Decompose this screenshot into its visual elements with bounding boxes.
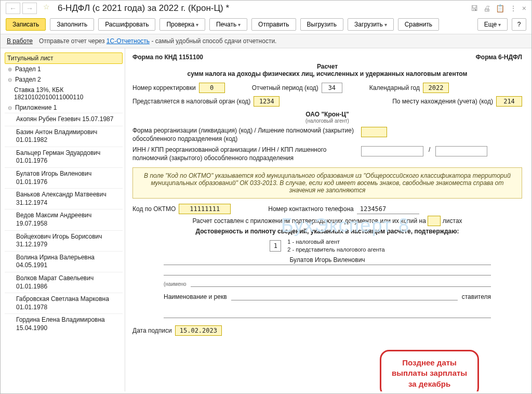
location-input[interactable]: 214: [496, 96, 522, 107]
expand-minus-icon: ⊖: [7, 77, 13, 83]
print-icon[interactable]: 🖨: [483, 4, 490, 12]
sidebar-title-page[interactable]: Титульный лист: [5, 52, 123, 64]
print-button[interactable]: Печать: [209, 18, 247, 31]
sidebar-person-item[interactable]: Войцехович Игорь Борисович 31.12.1979: [5, 230, 123, 251]
favorite-icon[interactable]: ☆: [43, 3, 55, 14]
body: Титульный лист ⊕ Раздел 1 ⊖ Раздел 2 Ста…: [1, 48, 531, 391]
decode-button[interactable]: Расшифровать: [98, 18, 155, 31]
naimenov-caption: (наимено: [164, 281, 187, 287]
sidebar-section2-child[interactable]: Ставка 13%, КБК 18210102010011000110: [5, 85, 123, 102]
status-text: Отправьте отчет через 1С-Отчетность - са…: [39, 37, 276, 45]
year-label: Календарный год: [369, 84, 420, 91]
org-name: ОАО "Крон-Ц": [132, 111, 522, 118]
sidebar-person-item[interactable]: Базин Антон Владимирович 01.01.1982: [5, 126, 123, 147]
sidebar-person-item[interactable]: Ваньков Александр Матвеевич 31.12.1974: [5, 188, 123, 209]
repr-label: Наименование и рекв: [164, 293, 227, 300]
expand-plus-icon: ⊕: [7, 67, 13, 72]
confirm-opt1: 1 - налоговый агент: [287, 238, 384, 245]
confirm-code-input[interactable]: 1: [270, 240, 281, 252]
sidebar-person-item[interactable]: Акопян Рубен Гезевич 15.07.1987: [5, 113, 123, 126]
sidebar-person-item[interactable]: Волков Марат Савельевич 01.01.1986: [5, 272, 123, 293]
confirm-opt2: 2 - представитель налогового агента: [287, 246, 384, 253]
repr-line-2: [164, 310, 491, 318]
org-sub: (налоговый агент): [132, 118, 522, 124]
oktmo-input[interactable]: 11111111: [179, 204, 231, 214]
sidebar-person-item[interactable]: Гордина Елена Владимировна 15.04.1990: [5, 313, 123, 334]
status-link[interactable]: В работе: [7, 37, 33, 45]
calc-title: Расчет сумм налога на доходы физических …: [132, 63, 522, 77]
sidebar-person-item[interactable]: Булатов Игорь Виленович 01.01.1976: [5, 167, 123, 188]
window-header: ← → ☆ 6-НДФЛ (с 2021 года) за 2022 г. (К…: [1, 1, 531, 15]
more-icon[interactable]: ⋮: [510, 4, 517, 12]
oktmo-label: Код по ОКТМО: [132, 205, 176, 213]
close-icon[interactable]: ×: [522, 4, 526, 12]
reorg-input[interactable]: [361, 127, 387, 137]
sheets-input[interactable]: [428, 216, 441, 226]
form-header: Форма по КНД 1151100 Форма 6-НДФЛ: [132, 54, 522, 61]
reporting-link[interactable]: 1С-Отчетность: [107, 37, 150, 45]
clipboard-icon[interactable]: 📋: [496, 4, 504, 12]
help-button[interactable]: ?: [512, 18, 526, 31]
check-button[interactable]: Проверка: [159, 18, 205, 31]
sidebar-person-item[interactable]: Волина Ирина Валерьевна 04.05.1991: [5, 251, 123, 272]
reorg-label: Форма реорганизации (ликвидация) (код) /…: [132, 127, 356, 143]
kpp-input[interactable]: [435, 146, 487, 156]
callout-annotation: Позднее даты выплаты зарплаты за декабрь: [380, 350, 479, 391]
tax-auth-label: Представляется в налоговый орган (код): [132, 98, 250, 105]
sidebar-person-item[interactable]: Бальцер Герман Эдуардович 01.01.1976: [5, 147, 123, 167]
sign-date-label: Дата подписи: [132, 327, 172, 334]
save-file-icon[interactable]: 🖫: [471, 4, 478, 12]
phone-input[interactable]: 1234567: [357, 204, 419, 214]
save-button[interactable]: Записать: [6, 18, 46, 31]
download-button[interactable]: Загрузить: [348, 18, 394, 31]
header-icons: 🖫 🖨 📋 ⋮ ×: [471, 4, 526, 12]
toolbar: Записать Заполнить Расшифровать Проверка…: [1, 15, 531, 34]
signer-name: Булатов Игорь Виленович: [164, 256, 491, 265]
sidebar: Титульный лист ⊕ Раздел 1 ⊖ Раздел 2 Ста…: [1, 48, 125, 391]
inn-input[interactable]: [361, 146, 423, 156]
fill-button[interactable]: Заполнить: [50, 18, 94, 31]
inn-kpp-label: ИНН / КПП реорганизованной организации /…: [132, 146, 356, 162]
form-content: БухЭксперт 8 Форма по КНД 1151100 Форма …: [125, 48, 531, 391]
knd-label: Форма по КНД 1151100: [132, 54, 203, 61]
corr-label: Номер корректировки: [132, 84, 196, 91]
sign-date-input[interactable]: 15.02.2023: [175, 325, 222, 336]
repr-suffix: ставителя: [462, 293, 491, 300]
phone-label: Номер контактного телефона: [268, 205, 353, 213]
compare-button[interactable]: Сравнить: [398, 18, 439, 31]
oktmo-hint: В поле "Код по ОКТМО" указывается код му…: [132, 167, 522, 199]
sidebar-appendix1[interactable]: ⊖ Приложение 1: [5, 102, 123, 113]
form-name-label: Форма 6-НДФЛ: [476, 54, 522, 61]
sidebar-section2[interactable]: ⊖ Раздел 2: [5, 74, 123, 85]
tax-auth-input[interactable]: 1234: [254, 96, 280, 107]
sidebar-person-item[interactable]: Габровская Светлана Марковна 01.01.1978: [5, 293, 123, 313]
send-button[interactable]: Отправить: [251, 18, 296, 31]
corr-input[interactable]: 0: [199, 83, 225, 93]
period-label: Отчетный период (код): [252, 84, 318, 91]
page-title: 6-НДФЛ (с 2021 года) за 2022 г. (Крон-Ц)…: [58, 3, 471, 14]
location-label: По месту нахождения (учета) (код): [392, 98, 493, 105]
nav-back-button[interactable]: ←: [6, 3, 20, 14]
sidebar-person-item[interactable]: Ведов Максим Андреевич 19.07.1958: [5, 209, 123, 230]
sidebar-section1[interactable]: ⊕ Раздел 1: [5, 64, 123, 74]
more-button[interactable]: Еще: [477, 18, 508, 31]
nav-forward-button[interactable]: →: [22, 3, 37, 14]
nav-arrows: ← →: [6, 3, 37, 14]
sheets-row: Расчет составлен с приложением подтвержд…: [132, 217, 522, 225]
expand-minus-icon: ⊖: [7, 105, 13, 111]
period-input[interactable]: 34: [322, 83, 342, 93]
upload-button[interactable]: Выгрузить: [300, 18, 344, 31]
confirm-label: Достоверность и полноту сведений, указан…: [132, 228, 522, 235]
status-bar: В работе Отправьте отчет через 1С-Отчетн…: [1, 34, 531, 48]
sig-line-2: [164, 267, 491, 275]
year-input[interactable]: 2022: [423, 83, 449, 93]
